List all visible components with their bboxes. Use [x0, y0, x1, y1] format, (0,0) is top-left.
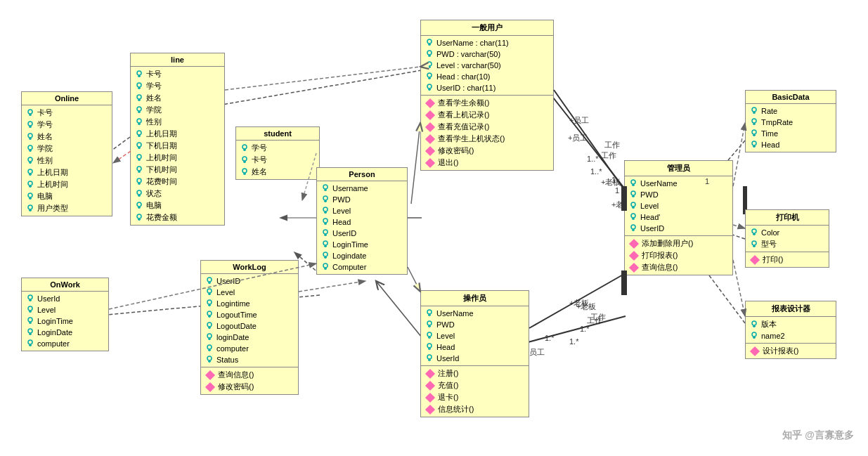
svg-point-133 [207, 356, 212, 360]
class-student-title: student [236, 127, 319, 141]
class-person: Person Username PWD Level Head UserID Lo… [316, 167, 408, 275]
svg-text:+员工: +员工 [569, 116, 589, 124]
svg-point-82 [137, 202, 141, 207]
diagram-canvas: +员工 工作 1..* 1 +老板 +老板 工作 1.* 员工 Online 卡… [0, 0, 868, 456]
class-report-designer-fields: 版本 name2 [746, 317, 836, 344]
svg-text:1..*: 1..* [590, 167, 602, 176]
svg-point-190 [427, 310, 432, 314]
class-student-fields: 学号 卡号 姓名 [236, 141, 319, 179]
class-onwork: OnWork UserId Level LoginTime LoginDate … [21, 278, 109, 351]
svg-point-178 [631, 191, 635, 195]
svg-point-79 [137, 190, 141, 195]
svg-line-230 [225, 67, 420, 90]
svg-point-94 [242, 169, 247, 173]
svg-point-145 [323, 219, 328, 223]
svg-point-181 [631, 202, 635, 207]
class-report-designer-methods: 设计报表() [746, 344, 836, 358]
class-printer-fields: Color 型号 [746, 226, 829, 252]
class-line-title: line [131, 53, 224, 67]
class-worklog-methods: 查询信息() 修改密码() [201, 367, 298, 394]
class-printer-title: 打印机 [746, 210, 829, 226]
class-report-designer: 报表设计器 版本 name2 设计报表() [745, 301, 836, 359]
svg-text:1.*: 1.* [569, 337, 579, 346]
svg-point-208 [752, 119, 756, 123]
svg-point-184 [631, 214, 635, 218]
class-online-title: Online [22, 92, 112, 105]
class-general-user: 一般用户 UserName : char(11) PWD : varchar(5… [420, 20, 554, 171]
svg-point-169 [427, 73, 432, 77]
class-worklog-title: WorkLog [201, 261, 298, 274]
svg-point-28 [28, 133, 32, 138]
class-line-fields: 卡号 学号 姓名 学院 性别 上机日期 下机日期 上机时间 下机时间 花费时间 … [131, 67, 224, 225]
class-line: line 卡号 学号 姓名 学院 性别 上机日期 下机日期 上机时间 下机时间 … [130, 53, 225, 226]
svg-line-11 [218, 70, 422, 105]
svg-text:1: 1 [615, 186, 619, 195]
class-admin-title: 管理员 [625, 161, 732, 176]
svg-point-61 [137, 119, 141, 123]
svg-point-91 [242, 157, 247, 161]
class-admin-fields: UserName PWD Level Head' UserID [625, 176, 732, 236]
svg-point-37 [28, 169, 32, 174]
svg-point-76 [137, 178, 141, 183]
class-student: student 学号 卡号 姓名 [235, 126, 320, 180]
svg-point-46 [28, 205, 32, 209]
svg-line-6 [548, 91, 626, 190]
svg-line-235 [408, 267, 420, 292]
svg-point-43 [28, 193, 32, 197]
class-report-designer-title: 报表设计器 [746, 301, 836, 317]
svg-point-40 [28, 181, 32, 185]
svg-point-154 [323, 252, 328, 256]
svg-point-115 [207, 289, 212, 293]
svg-point-223 [752, 321, 756, 325]
svg-line-238 [529, 274, 624, 328]
class-printer: 打印机 Color 型号 打印() [745, 209, 829, 268]
svg-text:工作: 工作 [587, 316, 602, 325]
svg-text:工作: 工作 [604, 141, 620, 149]
class-operator-title: 操作员 [421, 291, 529, 306]
svg-point-130 [207, 345, 212, 349]
svg-point-52 [137, 83, 141, 87]
svg-point-166 [427, 62, 432, 66]
class-onwork-fields: UserId Level LoginTime LoginDate compute… [22, 292, 108, 351]
svg-point-64 [137, 131, 141, 135]
class-online-fields: 卡号 学号 姓名 学院 性别 上机日期 上机时间 电脑 用户类型 [22, 105, 112, 216]
svg-text:1: 1 [611, 176, 616, 184]
svg-point-100 [28, 306, 32, 311]
svg-point-103 [28, 318, 32, 322]
svg-point-157 [323, 263, 328, 268]
svg-point-205 [752, 108, 756, 112]
class-general-user-fields: UserName : char(11) PWD : varchar(50) Le… [421, 36, 553, 96]
svg-point-73 [137, 167, 141, 171]
class-basicdata-title: BasicData [746, 91, 836, 104]
svg-point-148 [323, 230, 328, 234]
svg-point-22 [28, 110, 32, 114]
svg-line-5 [376, 281, 422, 337]
svg-point-88 [242, 145, 247, 149]
svg-point-34 [28, 157, 32, 162]
svg-text:1..*: 1..* [587, 155, 599, 163]
svg-point-106 [28, 329, 32, 333]
class-basicdata-fields: Rate TmpRate Time Head [746, 104, 836, 152]
class-online: Online 卡号 学号 姓名 学院 性别 上机日期 上机时间 电脑 用户类型 [21, 91, 112, 216]
svg-line-9 [703, 267, 745, 323]
svg-point-118 [207, 300, 212, 304]
svg-point-202 [427, 355, 432, 359]
svg-text:+员工: +员工 [568, 133, 588, 142]
class-operator-fields: UserName PWD Level Head UserId [421, 306, 529, 366]
svg-point-142 [323, 207, 328, 211]
svg-point-211 [752, 130, 756, 134]
svg-point-25 [28, 122, 32, 126]
class-basicdata: BasicData Rate TmpRate Time Head [745, 90, 836, 152]
svg-line-10 [520, 316, 626, 344]
svg-line-241 [733, 225, 745, 228]
svg-line-242 [733, 260, 745, 316]
svg-text:+老板: +老板 [569, 299, 589, 307]
svg-point-139 [323, 196, 328, 200]
svg-point-226 [752, 332, 756, 337]
svg-point-67 [137, 143, 141, 147]
class-general-user-title: 一般用户 [421, 20, 553, 36]
svg-line-234 [411, 123, 420, 204]
class-person-fields: Username PWD Level Head UserID LoginTime… [317, 181, 407, 274]
class-person-title: Person [317, 168, 407, 181]
class-onwork-title: OnWork [22, 278, 108, 292]
